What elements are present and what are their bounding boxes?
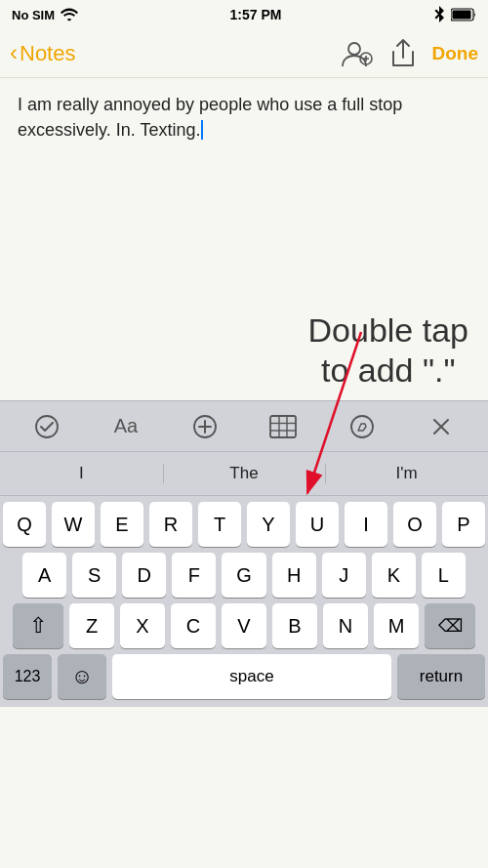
key-row-1: Q W E R T Y U I O P (3, 502, 485, 547)
back-label: Notes (20, 41, 75, 66)
key-row-2: A S D F G H J K L (3, 553, 485, 598)
key-o[interactable]: O (393, 502, 436, 547)
key-e[interactable]: E (101, 502, 143, 547)
toolbar-close-button[interactable] (420, 408, 463, 445)
chevron-left-icon: ‹ (10, 39, 18, 66)
autocorrect-item-0[interactable]: I (0, 456, 163, 491)
table-icon (269, 415, 297, 438)
key-s[interactable]: S (72, 553, 116, 598)
num-key[interactable]: 123 (3, 654, 52, 699)
key-b[interactable]: B (272, 603, 317, 648)
status-bar: No SIM 1:57 PM (0, 0, 488, 29)
key-d[interactable]: D (122, 553, 166, 598)
shift-key[interactable]: ⇧ (13, 603, 63, 648)
key-row-bottom: 123 ☺ space return (3, 654, 485, 699)
hint-line1: Double tap (308, 310, 468, 351)
share-icon[interactable] (389, 38, 417, 69)
autocorrect-item-2[interactable]: I'm (325, 456, 488, 491)
keyboard: Q W E R T Y U I O P A S D F G H J K L ⇧ … (0, 496, 488, 707)
add-circle-icon (192, 414, 218, 439)
hint-line2: to add "." (308, 351, 468, 391)
key-i[interactable]: I (345, 502, 387, 547)
key-m[interactable]: M (374, 603, 419, 648)
back-button[interactable]: ‹ Notes (10, 41, 75, 66)
close-icon (430, 416, 452, 437)
emoji-key[interactable]: ☺ (58, 654, 106, 699)
key-c[interactable]: C (171, 603, 216, 648)
keyboard-toolbar: Aa (0, 400, 488, 451)
space-key[interactable]: space (112, 654, 391, 699)
note-content-area[interactable]: I am really annoyed by people who use a … (0, 78, 488, 400)
text-cursor (201, 120, 203, 140)
key-h[interactable]: H (272, 553, 316, 598)
key-j[interactable]: J (322, 553, 366, 598)
toolbar-checkmark-button[interactable] (25, 408, 68, 445)
key-g[interactable]: G (222, 553, 265, 598)
nav-bar: ‹ Notes Done (0, 29, 488, 78)
key-z[interactable]: Z (69, 603, 114, 648)
hint-overlay: Double tap to add "." (308, 310, 468, 391)
key-y[interactable]: Y (247, 502, 290, 547)
note-text: I am really annoyed by people who use a … (18, 92, 470, 143)
key-f[interactable]: F (172, 553, 216, 598)
status-left: No SIM (12, 8, 78, 22)
key-row-3: ⇧ Z X C V B N M ⌫ (3, 603, 485, 648)
autocorrect-item-1[interactable]: The (163, 456, 326, 491)
wifi-icon (61, 8, 78, 21)
delete-key[interactable]: ⌫ (425, 603, 475, 648)
svg-point-8 (36, 416, 58, 437)
done-button[interactable]: Done (432, 43, 479, 64)
key-l[interactable]: L (422, 553, 466, 598)
key-w[interactable]: W (52, 502, 95, 547)
toolbar-format-button[interactable]: Aa (104, 408, 147, 445)
key-r[interactable]: R (149, 502, 192, 547)
key-x[interactable]: X (120, 603, 165, 648)
autocorrect-bar: I The I'm (0, 451, 488, 496)
key-k[interactable]: K (372, 553, 416, 598)
key-p[interactable]: P (442, 502, 485, 547)
svg-rect-1 (452, 11, 470, 20)
status-right (433, 6, 476, 23)
checkmark-icon (34, 414, 60, 439)
bluetooth-icon (433, 6, 445, 23)
svg-point-17 (351, 416, 373, 437)
key-u[interactable]: U (296, 502, 339, 547)
key-t[interactable]: T (198, 502, 241, 547)
toolbar-add-button[interactable] (183, 408, 226, 445)
battery-icon (451, 8, 476, 21)
status-time: 1:57 PM (230, 7, 282, 22)
key-n[interactable]: N (323, 603, 368, 648)
key-q[interactable]: Q (3, 502, 46, 547)
return-key[interactable]: return (397, 654, 485, 699)
add-person-icon[interactable] (341, 37, 374, 70)
key-v[interactable]: V (222, 603, 266, 648)
nav-actions: Done (341, 37, 479, 70)
key-a[interactable]: A (22, 553, 66, 598)
svg-point-2 (348, 43, 360, 55)
svg-rect-12 (270, 416, 296, 437)
sketch-icon (349, 414, 375, 439)
toolbar-sketch-button[interactable] (341, 408, 384, 445)
toolbar-table-button[interactable] (262, 408, 305, 445)
carrier-label: No SIM (12, 8, 55, 22)
